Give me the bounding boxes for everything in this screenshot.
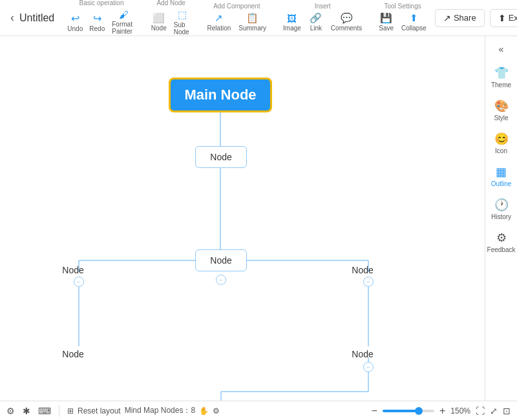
summary-button[interactable]: 📋Summary: [235, 11, 269, 33]
export-button[interactable]: ⬆ Export: [490, 9, 517, 27]
share-button[interactable]: ↗ Share: [435, 9, 485, 27]
sidebar-item-history[interactable]: 🕐 History: [487, 194, 516, 224]
zoom-plus-button[interactable]: +: [439, 405, 445, 417]
relation-button[interactable]: ↗Relation: [204, 11, 235, 33]
status-sep-1: [59, 405, 59, 417]
fit-screen-icon[interactable]: ⛶: [476, 406, 485, 416]
hand-icon[interactable]: ✋: [199, 406, 209, 415]
share-icon: ↗: [443, 13, 451, 23]
node-2[interactable]: Node: [195, 249, 247, 271]
sidebar-item-icon[interactable]: 😊 Icon: [487, 128, 516, 158]
outline-icon: ▦: [496, 165, 507, 179]
collapse-node-2[interactable]: −: [216, 275, 226, 285]
theme-icon: 👕: [494, 66, 509, 80]
undo-button[interactable]: ↩Undo: [65, 11, 85, 34]
statusbar-icon-1[interactable]: ⚙: [6, 406, 15, 416]
add-node-button[interactable]: ⬜Node: [149, 11, 169, 33]
add-sub-node-button[interactable]: ⬚Sub Node: [171, 8, 194, 37]
feedback-icon: ⚙: [496, 231, 507, 245]
comments-button[interactable]: 💬Comments: [328, 11, 365, 33]
group-tool-settings: Tool Settings 💾Save ⬆Collapse: [375, 3, 430, 33]
collapse-node-6[interactable]: −: [363, 362, 374, 372]
node-6[interactable]: Node: [343, 346, 382, 362]
sidebar-item-outline[interactable]: ▦ Outline: [487, 161, 516, 191]
style-icon: 🎨: [494, 99, 509, 113]
node-3[interactable]: Node: [54, 262, 92, 278]
maximize-icon[interactable]: ⊡: [503, 406, 511, 416]
fullscreen-icon[interactable]: ⤢: [490, 406, 498, 416]
sidebar-item-style[interactable]: 🎨 Style: [487, 95, 516, 125]
zoom-slider[interactable]: [383, 410, 434, 412]
save-button[interactable]: 💾Save: [375, 11, 397, 33]
link-button[interactable]: 🔗Link: [306, 11, 326, 33]
canvas[interactable]: Main Node Node Node − Node − Node − Node: [0, 36, 485, 401]
node-1[interactable]: Node: [195, 146, 247, 168]
collapse-node-3[interactable]: −: [74, 277, 84, 287]
settings-icon[interactable]: ⚙: [213, 406, 220, 415]
group-add-node: Add Node ⬜Node ⬚Sub Node: [149, 0, 194, 37]
sidebar-collapse-button[interactable]: «: [495, 41, 508, 57]
redo-button[interactable]: ↪Redo: [87, 11, 107, 34]
icon-icon: 😊: [494, 132, 509, 146]
history-icon: 🕐: [494, 198, 509, 212]
collapse-node-4[interactable]: −: [363, 277, 374, 287]
export-icon: ⬆: [498, 13, 506, 23]
group-basic-operation: Basic operation ↩Undo ↪Redo 🖌Format Pain…: [65, 0, 138, 36]
zoom-minus-button[interactable]: −: [372, 405, 377, 417]
sidebar-item-theme[interactable]: 👕 Theme: [487, 62, 516, 92]
image-button[interactable]: 🖼Image: [280, 12, 304, 33]
reset-layout-label[interactable]: Reset layout: [78, 406, 121, 415]
node-count: Mind Map Nodes：8: [125, 405, 195, 416]
node-5[interactable]: Node: [54, 346, 92, 362]
toolbar-right: ↗ Share ⬆ Export: [435, 9, 517, 27]
statusbar-icon-2[interactable]: ✱: [23, 406, 30, 416]
group-insert: Insert 🖼Image 🔗Link 💬Comments: [280, 3, 365, 33]
right-sidebar: « 👕 Theme 🎨 Style 😊 Icon ▦ Outline 🕐 His…: [485, 36, 517, 401]
statusbar-right: − + 150% ⛶ ⤢ ⊡: [372, 405, 511, 417]
statusbar: ⚙ ✱ ⌨ ⊞ Reset layout Mind Map Nodes：8 ✋ …: [0, 401, 517, 420]
sidebar-item-feedback[interactable]: ⚙ Feedback: [487, 227, 516, 257]
main-node[interactable]: Main Node: [169, 78, 272, 112]
reset-layout-icon: ⊞: [67, 406, 74, 415]
collapse-button[interactable]: ⬆Collapse: [398, 11, 430, 33]
format-painter-button[interactable]: 🖌Format Painter: [109, 8, 138, 36]
statusbar-icon-3[interactable]: ⌨: [38, 406, 51, 416]
page-title: Untitled: [19, 12, 54, 24]
group-add-component: Add Component ↗Relation 📋Summary: [204, 3, 270, 33]
node-4[interactable]: Node: [343, 262, 382, 278]
back-button[interactable]: ‹: [5, 8, 19, 27]
zoom-level-label: 150%: [450, 406, 470, 415]
statusbar-middle: ⊞ Reset layout Mind Map Nodes：8 ✋ ⚙: [67, 405, 220, 416]
